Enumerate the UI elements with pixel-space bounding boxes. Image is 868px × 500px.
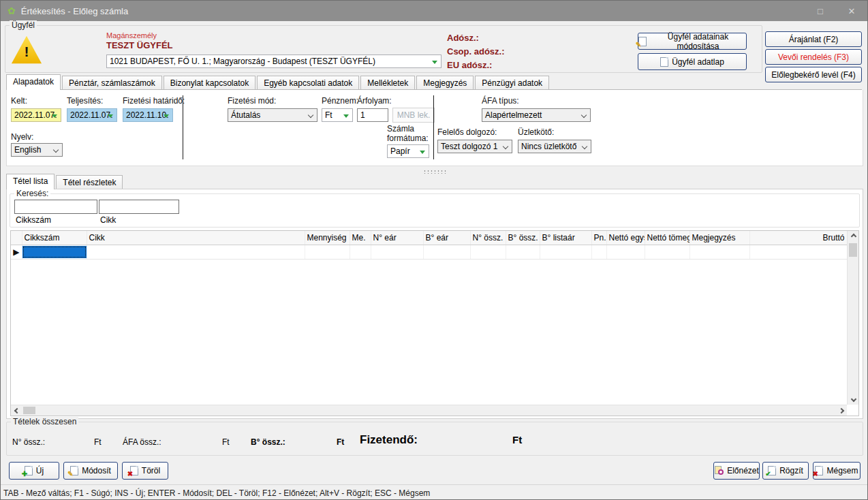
grid-header-cikkszam[interactable]: Cikkszám	[22, 231, 87, 245]
customer-groupbox: Ügyfél ! Magánszemély TESZT ÜGYFÉL 1021 …	[5, 25, 762, 73]
szamla-formatuma-value: Papír	[390, 146, 410, 156]
cell-mennyiseg[interactable]	[305, 245, 350, 259]
tetel-lista-panel: Keresés: Cikkszám Cikk Cikkszám Cikk Men…	[6, 189, 863, 419]
grid-header-netto-tomeg[interactable]: Nettó tömeg	[645, 231, 689, 245]
scroll-up-button[interactable]	[848, 231, 859, 242]
cell-n-ossz[interactable]	[470, 245, 506, 259]
customer-datasheet-button[interactable]: Ügyfél adatlap	[638, 53, 747, 70]
status-bar: TAB - Mező váltás; F1 - Súgó; INS - Új; …	[1, 484, 867, 500]
tab-bizonylat-kapcsolatok[interactable]: Bizonylat kapcsolatok	[164, 76, 255, 90]
kelt-label: Kelt:	[11, 96, 27, 106]
tab-tetel-reszletek[interactable]: Tétel részletek	[56, 175, 123, 189]
grid-header-b-ear[interactable]: B° eár	[423, 231, 470, 245]
teljesites-date-picker[interactable]: 2022.11.07.	[67, 108, 117, 122]
penznem-label: Pénznem:	[322, 96, 358, 106]
tab-tetel-lista[interactable]: Tétel lista	[6, 174, 55, 189]
megsem-button[interactable]: ✖ Mégsem	[813, 462, 861, 480]
tab-alapadatok[interactable]: Alapadatok	[6, 74, 61, 90]
cell-megjegyzes[interactable]	[689, 245, 749, 259]
status-bar-text: TAB - Mező váltás; F1 - Súgó; INS - Új; …	[3, 488, 430, 498]
cell-b-listaar[interactable]	[540, 245, 591, 259]
grid-header-b-listaar[interactable]: B° listaár	[540, 231, 591, 245]
cell-n-ear[interactable]	[371, 245, 423, 259]
customer-modify-button[interactable]: ✎ Ügyfél adatainak módosítása	[638, 33, 747, 50]
fizetesi-mod-value: Átutalás	[231, 110, 260, 120]
scroll-right-button[interactable]	[835, 405, 847, 416]
grid-header-cikk[interactable]: Cikk	[87, 231, 305, 245]
rogzit-label: Rögzít	[779, 466, 803, 475]
tab-megjegyzes[interactable]: Megjegyzés	[416, 76, 474, 90]
nyelv-combobox[interactable]: English	[11, 143, 63, 157]
netto-ossz-label: N° össz.:	[12, 437, 45, 447]
arfolyam-label: Árfolyam:	[357, 96, 392, 106]
grid-header-pn[interactable]: Pn.	[591, 231, 606, 245]
uzletkoto-combobox[interactable]: Nincs üzletkötő	[518, 140, 591, 153]
tab-egyeb-kapcsolati-adatok[interactable]: Egyéb kapcsolati adatok	[257, 76, 359, 90]
scroll-down-button[interactable]	[848, 394, 859, 405]
dropdown-arrow-icon	[108, 114, 113, 118]
vevoi-rendeles-button[interactable]: Vevői rendelés (F3)	[765, 49, 862, 65]
modosit-button[interactable]: ✎ Módosít	[63, 462, 118, 480]
felelos-dolgozo-combobox[interactable]: Teszt dolgozó 1	[437, 140, 512, 153]
grid-header-megjegyzes[interactable]: Megjegyzés	[689, 231, 749, 245]
fizetesi-hatarido-date-picker[interactable]: 2022.11.10.	[123, 108, 173, 122]
grid-header-n-ear[interactable]: N° eár	[371, 231, 423, 245]
arajanlat-button[interactable]: Árajánlat (F2)	[765, 31, 862, 47]
afa-tipus-combobox[interactable]: Alapértelmezett	[482, 108, 591, 122]
edit-icon: ✎	[638, 37, 647, 46]
cell-cikkszam[interactable]	[22, 245, 87, 259]
customer-address-value: 1021 BUDAPEST, FŐ U. 1.; Magyarország - …	[110, 57, 375, 66]
search-cikk-input[interactable]	[99, 200, 179, 214]
elolegbekero-level-button[interactable]: Előlegbekérő levél (F4)	[765, 67, 862, 82]
szamla-formatuma-combobox[interactable]: Papír	[387, 144, 429, 158]
tab-penztar-szamlaszamok[interactable]: Pénztár, számlaszámok	[62, 76, 162, 90]
grid-header-me[interactable]: Me.	[350, 231, 371, 245]
maximize-button[interactable]: □	[805, 1, 836, 21]
horizontal-scroll-thumb[interactable]	[23, 407, 35, 414]
cell-brutto[interactable]	[749, 245, 847, 259]
modosit-label: Módosít	[82, 466, 111, 475]
fizetesi-mod-combobox[interactable]: Átutalás	[228, 108, 317, 122]
cell-b-ear[interactable]	[423, 245, 470, 259]
cell-b-ossz[interactable]	[506, 245, 540, 259]
grid-header-n-ossz[interactable]: N° össz.	[470, 231, 506, 245]
afa-tipus-label: ÁFA típus:	[482, 96, 519, 106]
close-button[interactable]: ✕	[836, 1, 867, 21]
vertical-scroll-thumb[interactable]	[849, 243, 857, 257]
grid-header-selector[interactable]	[11, 231, 22, 245]
preview-icon	[714, 466, 724, 475]
vertical-scrollbar[interactable]	[847, 231, 858, 405]
horizontal-splitter[interactable]	[6, 167, 862, 174]
cell-netto-tomeg[interactable]	[645, 245, 689, 259]
torol-button[interactable]: ✖ Töröl	[122, 462, 168, 480]
cell-pn[interactable]	[591, 245, 606, 259]
grid-header-b-ossz[interactable]: B° össz.	[506, 231, 540, 245]
search-group-label: Keresés:	[14, 189, 50, 198]
selected-cell[interactable]	[22, 246, 87, 258]
grid-header-mennyiseg[interactable]: Mennyiség	[305, 231, 350, 245]
dropdown-arrow-icon	[420, 151, 425, 154]
mnb-lekeres-button[interactable]: MNB lek.	[392, 108, 435, 123]
szamla-formatuma-label: Számla formátuma:	[387, 124, 429, 143]
kelt-date-picker[interactable]: 2022.11.07.	[11, 108, 61, 122]
penznem-combobox[interactable]: Ft	[322, 108, 353, 122]
scroll-left-button[interactable]	[11, 405, 22, 416]
uj-button[interactable]: ✚ Új	[9, 462, 59, 480]
grid-header-brutto[interactable]: Bruttó	[749, 231, 847, 245]
cell-me[interactable]	[350, 245, 371, 259]
tab-mellekletek[interactable]: Mellékletek	[360, 76, 415, 90]
teljesites-value: 2022.11.07.	[70, 110, 113, 120]
arfolyam-input[interactable]	[357, 108, 388, 122]
elonezet-button[interactable]: Előnézet	[713, 462, 760, 480]
rogzit-button[interactable]: ✔ Rögzít	[762, 462, 809, 480]
main-tabstrip: Alapadatok Pénztár, számlaszámok Bizonyl…	[6, 74, 551, 90]
search-cikkszam-input[interactable]	[14, 200, 97, 214]
customer-address-combobox[interactable]: 1021 BUDAPEST, FŐ U. 1.; Magyarország - …	[106, 54, 441, 68]
netto-ossz-currency: Ft	[94, 437, 102, 447]
row-selector-icon[interactable]: ▶	[11, 245, 22, 259]
cell-cikk[interactable]	[87, 245, 305, 259]
cell-netto-egyseg[interactable]	[606, 245, 645, 259]
grid-header-netto-egyseg[interactable]: Nettó egység	[606, 231, 645, 245]
tab-penzugyi-adatok[interactable]: Pénzügyi adatok	[475, 76, 549, 90]
horizontal-scrollbar[interactable]	[11, 405, 847, 416]
